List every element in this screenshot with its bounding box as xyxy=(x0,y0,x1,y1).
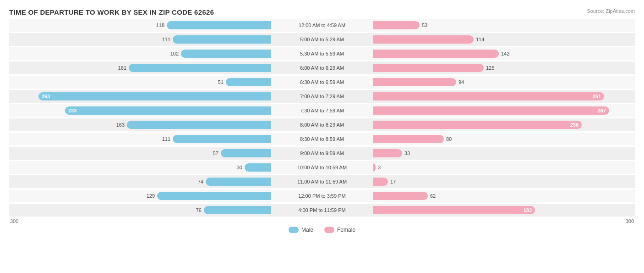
left-section: 161 xyxy=(9,64,274,72)
time-label: 12:00 PM to 3:59 PM xyxy=(274,193,370,199)
right-section: 33 xyxy=(370,149,635,157)
female-value: 114 xyxy=(476,37,489,42)
female-value: 62 xyxy=(430,193,443,199)
right-section: 80 xyxy=(370,135,635,143)
left-section: 74 xyxy=(9,178,274,186)
male-value: 129 xyxy=(142,193,155,199)
left-section: 163 xyxy=(9,121,274,129)
left-section: 30 xyxy=(9,163,274,172)
chart-container: TIME OF DEPARTURE TO WORK BY SEX IN ZIP … xyxy=(0,0,644,273)
right-section: 236 xyxy=(370,121,635,129)
male-value: 163 xyxy=(112,122,125,128)
legend: Male Female xyxy=(9,227,635,233)
female-value: 17 xyxy=(390,179,403,184)
source-label: Source: ZipAtlas.com xyxy=(587,8,635,14)
female-value: 125 xyxy=(486,65,499,71)
male-value: 74 xyxy=(191,179,203,184)
left-section: 76 xyxy=(9,206,274,214)
right-section: 142 xyxy=(370,50,635,58)
right-section: 62 xyxy=(370,192,635,200)
right-section: 125 xyxy=(370,64,635,72)
right-section: 114 xyxy=(370,35,635,44)
left-section: 102 xyxy=(9,50,274,58)
male-value: 30 xyxy=(229,165,242,170)
time-label: 6:30 AM to 6:59 AM xyxy=(274,79,370,85)
time-label: 7:30 AM to 7:59 AM xyxy=(274,108,370,113)
left-section: 233 xyxy=(9,106,274,115)
male-value: 51 xyxy=(211,79,224,85)
time-label: 11:00 AM to 11:59 AM xyxy=(274,179,370,184)
time-label: 8:30 AM to 8:59 AM xyxy=(274,136,370,142)
right-section: 183 xyxy=(370,206,635,214)
male-value: 111 xyxy=(158,136,170,142)
left-section: 51 xyxy=(9,78,274,86)
bar-row: 12912:00 PM to 3:59 PM62 xyxy=(9,189,635,202)
right-section: 3 xyxy=(370,163,635,172)
female-value: 33 xyxy=(404,150,417,156)
male-value: 161 xyxy=(114,65,126,71)
bar-row: 11812:00 AM to 4:59 AM53 xyxy=(9,19,635,32)
female-value: 3 xyxy=(378,165,391,170)
bar-row: 1616:00 AM to 6:29 AM125 xyxy=(9,61,635,74)
left-section: 57 xyxy=(9,149,274,157)
female-value: 142 xyxy=(501,51,514,56)
time-label: 6:00 AM to 6:29 AM xyxy=(274,65,370,71)
bar-row: 3010:00 AM to 10:59 AM3 xyxy=(9,161,635,174)
male-value: 102 xyxy=(166,51,179,56)
left-section: 129 xyxy=(9,192,274,200)
female-value: 80 xyxy=(446,136,459,142)
axis-left-val: 300 xyxy=(10,218,18,224)
left-section: 118 xyxy=(9,21,274,29)
right-section: 261 xyxy=(370,92,635,100)
bar-row: 579:00 AM to 9:59 AM33 xyxy=(9,147,635,160)
time-label: 9:00 AM to 9:59 AM xyxy=(274,150,370,156)
bar-row: 2637:00 AM to 7:29 AM261 xyxy=(9,90,635,103)
right-section: 94 xyxy=(370,78,635,86)
legend-female: Female xyxy=(324,227,355,233)
bar-row: 516:30 AM to 6:59 AM94 xyxy=(9,76,635,89)
bars-area: 11812:00 AM to 4:59 AM531115:00 AM to 5:… xyxy=(9,19,635,217)
bar-row: 1638:00 AM to 8:29 AM236 xyxy=(9,118,635,131)
time-label: 7:00 AM to 7:29 AM xyxy=(274,94,370,99)
male-label: Male xyxy=(301,227,313,233)
time-label: 8:00 AM to 8:29 AM xyxy=(274,122,370,128)
female-value: 94 xyxy=(458,79,471,85)
female-value: 53 xyxy=(422,22,435,28)
right-section: 267 xyxy=(370,106,635,115)
bar-row: 1115:00 AM to 5:29 AM114 xyxy=(9,33,635,46)
axis-row: 300 300 xyxy=(9,218,635,224)
male-value: 111 xyxy=(158,37,170,42)
bar-row: 1118:30 AM to 8:59 AM80 xyxy=(9,133,635,145)
male-value: 118 xyxy=(152,22,164,28)
female-label: Female xyxy=(337,227,355,233)
right-section: 53 xyxy=(370,21,635,29)
legend-male: Male xyxy=(289,227,313,233)
female-swatch xyxy=(324,227,334,233)
bar-row: 1025:30 AM to 5:59 AM142 xyxy=(9,47,635,60)
time-label: 10:00 AM to 10:59 AM xyxy=(274,165,370,170)
time-label: 5:00 AM to 5:29 AM xyxy=(274,37,370,42)
time-label: 4:00 PM to 11:59 PM xyxy=(274,207,370,213)
time-label: 5:30 AM to 5:59 AM xyxy=(274,51,370,56)
bar-row: 2337:30 AM to 7:59 AM267 xyxy=(9,104,635,117)
left-section: 263 xyxy=(9,92,274,100)
axis-right-val: 300 xyxy=(626,218,634,224)
right-section: 17 xyxy=(370,178,635,186)
bar-row: 764:00 PM to 11:59 PM183 xyxy=(9,204,635,217)
left-section: 111 xyxy=(9,35,274,44)
male-swatch xyxy=(289,227,299,233)
left-section: 111 xyxy=(9,135,274,143)
chart-title: TIME OF DEPARTURE TO WORK BY SEX IN ZIP … xyxy=(9,8,635,16)
bar-row: 7411:00 AM to 11:59 AM17 xyxy=(9,175,635,188)
time-label: 12:00 AM to 4:59 AM xyxy=(274,22,370,28)
male-value: 57 xyxy=(206,150,218,156)
male-value: 76 xyxy=(189,207,202,213)
